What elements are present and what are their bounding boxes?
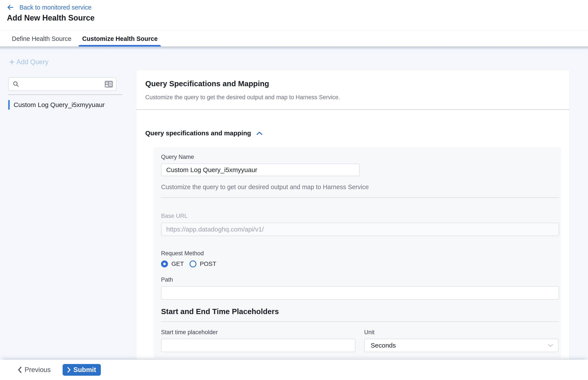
start-time-input[interactable] — [161, 339, 356, 352]
radio-post[interactable]: POST — [190, 261, 216, 267]
chevron-up-icon — [256, 131, 263, 135]
query-list-item[interactable]: Custom Log Query_i5xmyyuaur — [8, 99, 129, 111]
footer-bar: Previous Submit — [0, 360, 588, 380]
tab-customize-health-source[interactable]: Customize Health Source — [82, 31, 158, 46]
unit-select[interactable]: Seconds — [364, 339, 558, 352]
page-header: Back to monitored service Add New Health… — [0, 0, 588, 31]
chevron-down-icon — [548, 344, 553, 347]
search-input[interactable] — [22, 81, 104, 88]
submit-label: Submit — [73, 366, 96, 374]
panel-subtitle: Customize the query to get the desired o… — [145, 94, 340, 101]
base-url-label: Base URL — [161, 213, 188, 219]
back-link-label: Back to monitored service — [19, 4, 91, 11]
path-label: Path — [161, 276, 173, 283]
submit-button[interactable]: Submit — [63, 364, 101, 376]
radio-selected-icon — [161, 261, 168, 267]
tab-label: Customize Health Source — [82, 35, 158, 42]
arrow-left-icon — [6, 3, 14, 11]
request-method-label: Request Method — [161, 250, 204, 257]
unit-selected-value: Seconds — [371, 342, 396, 349]
query-name-label: Query Name — [161, 154, 194, 160]
section-title: Query specifications and mapping — [145, 130, 251, 137]
field-divider — [161, 322, 559, 322]
chevron-left-icon — [18, 367, 22, 373]
chevron-right-icon — [67, 367, 71, 373]
tab-label: Define Health Source — [12, 35, 71, 42]
sidebar-divider — [8, 95, 122, 95]
time-placeholders-title: Start and End Time Placeholders — [161, 307, 279, 316]
add-query-label: Add Query — [17, 58, 48, 66]
previous-button[interactable]: Previous — [18, 366, 51, 374]
query-search-box — [8, 77, 117, 91]
query-item-label: Custom Log Query_i5xmyyuaur — [14, 101, 105, 109]
section-collapse-header[interactable]: Query specifications and mapping — [145, 130, 263, 137]
field-divider — [161, 197, 559, 198]
base-url-input[interactable] — [161, 223, 559, 236]
selected-indicator-bar — [8, 100, 10, 110]
previous-label: Previous — [25, 366, 51, 374]
start-time-label: Start time placeholder — [161, 329, 218, 336]
page-title: Add New Health Source — [7, 13, 95, 22]
query-form-card: Query Name Customize the query to get ou… — [154, 147, 561, 358]
query-name-helper: Customize the query to get our desired o… — [161, 184, 369, 191]
active-tab-indicator — [79, 45, 161, 46]
request-method-radios: GET POST — [161, 261, 216, 267]
search-icon — [13, 81, 19, 88]
panel-divider — [137, 109, 570, 110]
radio-post-label: POST — [200, 261, 216, 267]
tab-bar: Define Health Source Customize Health So… — [0, 31, 588, 46]
radio-unselected-icon — [190, 261, 196, 267]
contact-card-icon[interactable] — [104, 81, 113, 88]
panel-title: Query Specifications and Mapping — [145, 79, 269, 88]
radio-get[interactable]: GET — [161, 261, 184, 267]
plus-icon — [9, 59, 15, 65]
radio-get-label: GET — [171, 261, 184, 267]
query-name-input[interactable] — [161, 164, 360, 176]
query-sidebar: Add Query — [0, 46, 136, 360]
unit-label: Unit — [364, 329, 375, 336]
path-input[interactable] — [161, 286, 559, 300]
main-panel: Query Specifications and Mapping Customi… — [136, 70, 570, 360]
back-button[interactable]: Back to monitored service — [6, 3, 91, 11]
add-query-button[interactable]: Add Query — [9, 58, 48, 66]
tab-define-health-source[interactable]: Define Health Source — [12, 31, 71, 46]
content-area: Add Query — [0, 46, 588, 360]
